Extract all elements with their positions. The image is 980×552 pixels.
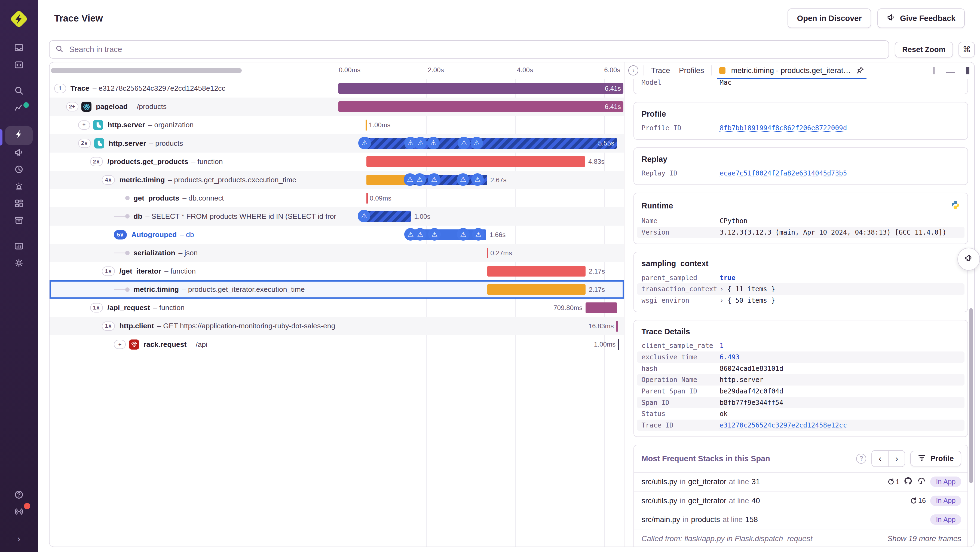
layout-bottom-icon[interactable] (946, 67, 955, 74)
collapse-panel-icon[interactable]: › (628, 65, 638, 75)
span-bar-cell[interactable]: 1.00ms (336, 335, 624, 353)
tab-active-span[interactable]: metric.timing - products.get_iterat… (717, 62, 867, 79)
span-row[interactable]: +http.server– organization1.00ms (49, 116, 624, 134)
open-in-discover-button[interactable]: Open in Discover (788, 8, 871, 28)
span-duration-bar[interactable]: ⚠⚠⚠⚠⚠ (366, 175, 487, 185)
span-row[interactable]: serialization– json0.27ms (49, 244, 624, 262)
span-bar-cell[interactable]: 4.83s (336, 153, 624, 171)
pin-icon[interactable] (856, 65, 864, 76)
layout-left-icon[interactable] (932, 67, 940, 74)
span-bar-cell[interactable]: ⚠⚠⚠⚠⚠⚠5.55s (336, 134, 624, 152)
tab-trace[interactable]: Trace (649, 66, 672, 75)
sidebar-item-projects[interactable] (5, 57, 33, 74)
span-bar-cell[interactable]: 709.80ms (336, 298, 624, 317)
span-bar-cell[interactable]: ⚠⚠⚠⚠⚠2.67s (336, 171, 624, 189)
reset-zoom-button[interactable]: Reset Zoom (895, 42, 953, 57)
span-row-selected[interactable]: metric.timing– products.get_iterator.exe… (49, 280, 624, 298)
span-row[interactable]: 2+pageload– /products6.41s (49, 97, 624, 116)
span-children-chip[interactable]: 1 (54, 84, 66, 93)
codecov-icon[interactable] (917, 477, 926, 487)
span-children-chip[interactable]: 2+ (66, 102, 78, 112)
span-bar-cell[interactable]: 0.09ms (336, 189, 624, 207)
span-row[interactable]: 1∧http.client– GET https://application-m… (49, 317, 624, 335)
value-text[interactable]: e31278c256524c3297e2cd12458e12cc (719, 421, 847, 429)
span-bar-cell[interactable]: ⚠1.00s (336, 207, 624, 226)
span-row[interactable]: 4∧metric.timing– products.get_products.e… (49, 171, 624, 189)
span-row[interactable]: get_products– db.connect0.09ms (49, 189, 624, 207)
span-duration-bar[interactable]: ⚠⚠⚠⚠⚠ (407, 230, 487, 240)
expand-chevron-icon[interactable]: › (719, 297, 724, 304)
span-row[interactable]: 5∨Autogrouped– db⚠⚠⚠⚠⚠1.66s (49, 226, 624, 244)
span-children-chip[interactable]: 5∨ (114, 230, 127, 239)
value-text[interactable]: 8fb7bb1891994f8c862f206e8722009d (719, 124, 847, 132)
shortcut-key-button[interactable]: ⌘ (958, 42, 975, 57)
sidebar-item-insights[interactable] (5, 100, 33, 117)
layout-right-icon[interactable] (961, 67, 969, 74)
expand-chevron-icon[interactable]: › (719, 285, 724, 293)
help-icon[interactable]: ? (856, 454, 866, 464)
span-duration-bar[interactable]: 6.41s (338, 83, 624, 94)
span-children-chip[interactable]: + (114, 340, 126, 349)
stack-frame-row[interactable]: src/utils.pyinget_iteratorat line4016In … (634, 491, 968, 510)
span-bar-cell[interactable]: 6.41s (336, 79, 624, 97)
span-bar-cell[interactable]: 2.17s (336, 280, 624, 298)
span-bar-cell[interactable]: ⚠⚠⚠⚠⚠1.66s (336, 226, 624, 244)
prev-stack-button[interactable]: ‹ (872, 451, 888, 466)
span-row[interactable]: 1∧/get_iterator– function2.17s (49, 262, 624, 280)
sidebar-item-collapse-sidebar[interactable]: › (5, 530, 33, 547)
sidebar-item-feedback[interactable] (5, 145, 33, 162)
span-row[interactable]: 2∧/products.get_products– function4.83s (49, 153, 624, 171)
refresh-count[interactable]: 1 (887, 478, 900, 486)
span-bar-cell[interactable]: 16.83ms (336, 317, 624, 335)
span-duration-bar[interactable] (585, 302, 617, 313)
give-feedback-button[interactable]: Give Feedback (877, 8, 965, 28)
stack-frame-row[interactable]: src/utils.pyinget_iteratorat line311In A… (634, 472, 968, 491)
refresh-count[interactable]: 16 (910, 497, 926, 505)
github-icon[interactable] (904, 477, 913, 487)
span-children-chip[interactable]: + (78, 120, 90, 130)
sidebar-item-replays[interactable] (5, 162, 33, 179)
show-more-frames-link[interactable]: Show 19 more frames (888, 534, 961, 543)
horizontal-scrollbar[interactable] (51, 68, 242, 73)
span-duration-bar[interactable]: 6.41s (338, 101, 624, 112)
span-instant-tick[interactable] (616, 321, 618, 331)
span-children-chip[interactable]: 1∧ (102, 322, 115, 331)
stack-frame-row[interactable]: src/main.pyinproductsat line158In App (634, 510, 968, 528)
span-instant-tick[interactable] (487, 248, 488, 258)
span-row[interactable]: 1∧/api_request– function709.80ms (49, 298, 624, 317)
span-row[interactable]: db– SELECT * FROM products WHERE id IN (… (49, 207, 624, 226)
span-children-chip[interactable]: 2∧ (90, 157, 103, 166)
span-children-chip[interactable]: 2∨ (78, 139, 91, 148)
search-in-trace-box[interactable] (49, 40, 889, 59)
next-stack-button[interactable]: › (888, 451, 905, 466)
span-duration-bar[interactable] (487, 266, 585, 276)
sidebar-item-explore[interactable] (5, 83, 33, 100)
vertical-scrollbar[interactable] (969, 308, 973, 483)
sidebar-item-releases[interactable] (5, 213, 33, 230)
sidebar-item-whats-new[interactable] (5, 504, 33, 521)
span-row[interactable]: +rack.request– /api1.00ms (49, 335, 624, 353)
span-bar-cell[interactable]: 2.17s (336, 262, 624, 280)
span-duration-bar[interactable]: ⚠ (362, 211, 411, 222)
span-row[interactable]: 1Trace– e31278c256524c3297e2cd12458e12cc… (49, 79, 624, 97)
sidebar-item-help[interactable] (5, 487, 33, 504)
sidebar-item-stats[interactable] (5, 239, 33, 256)
span-instant-tick[interactable] (366, 193, 368, 204)
sidebar-item-dashboards[interactable] (5, 196, 33, 213)
span-row[interactable]: 2∨http.server– products⚠⚠⚠⚠⚠⚠5.55s (49, 134, 624, 152)
span-children-chip[interactable]: 4∧ (102, 175, 115, 185)
floating-feedback-button[interactable] (958, 248, 980, 270)
span-children-chip[interactable]: 1∧ (90, 303, 103, 313)
span-bar-cell[interactable]: 1.00ms (336, 116, 624, 134)
span-duration-bar[interactable]: ⚠⚠⚠⚠⚠⚠5.55s (362, 138, 617, 148)
search-input[interactable] (68, 45, 883, 55)
span-children-chip[interactable]: 1∧ (102, 266, 115, 276)
sidebar-item-settings[interactable] (5, 256, 33, 273)
sidebar-item-performance[interactable] (5, 126, 33, 145)
span-instant-tick[interactable] (618, 339, 620, 349)
span-duration-bar[interactable] (366, 156, 585, 167)
sidebar-item-issues[interactable] (5, 40, 33, 57)
span-instant-tick[interactable] (366, 120, 367, 130)
span-bar-cell[interactable]: 0.27ms (336, 244, 624, 262)
tab-profiles[interactable]: Profiles (677, 66, 706, 75)
